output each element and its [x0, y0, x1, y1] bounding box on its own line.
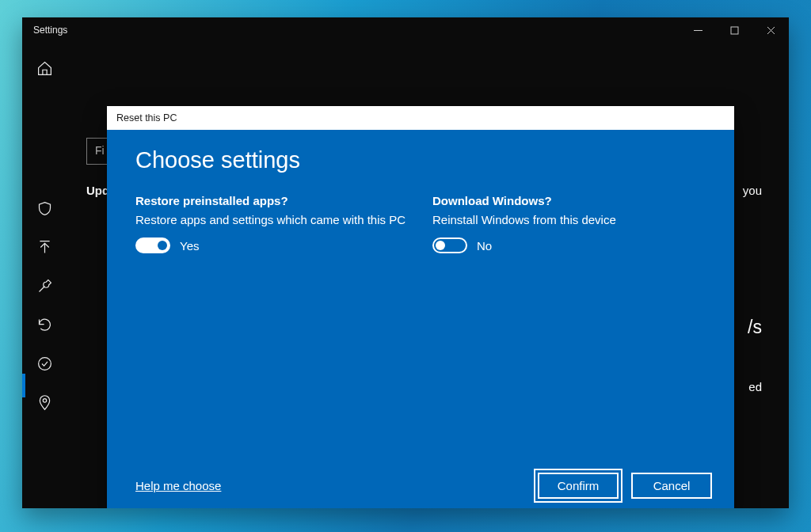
- shield-icon: [36, 200, 53, 217]
- maximize-button[interactable]: [716, 17, 752, 43]
- toggle-knob: [436, 241, 445, 250]
- window-controls: [680, 17, 789, 43]
- reset-pc-dialog: Reset this PC Choose settings Restore pr…: [107, 106, 734, 508]
- dialog-content: Choose settings Restore preinstalled app…: [107, 130, 734, 253]
- sidebar-item-activation[interactable]: [36, 355, 53, 372]
- sidebar-item-security[interactable]: [36, 200, 53, 217]
- minimize-icon: [694, 26, 702, 35]
- option-description: Reinstall Windows from this device: [432, 212, 706, 228]
- sidebar-selection-indicator: [22, 374, 25, 397]
- dialog-titlebar: Reset this PC: [107, 106, 734, 130]
- toggle-row: No: [432, 238, 706, 253]
- arrow-up-bar-icon: [36, 239, 53, 256]
- dialog-heading: Choose settings: [135, 147, 706, 173]
- sidebar-item-find-device[interactable]: [36, 394, 53, 411]
- checkmark-circle-icon: [36, 355, 53, 372]
- option-download-windows: Download Windows? Reinstall Windows from…: [432, 194, 706, 253]
- help-me-choose-link[interactable]: Help me choose: [135, 479, 221, 492]
- svg-point-6: [38, 358, 51, 370]
- close-button[interactable]: [752, 17, 789, 43]
- dialog-footer-buttons: Confirm Cancel: [538, 473, 712, 499]
- bg-text-right-3: ed: [748, 380, 762, 393]
- svg-point-7: [43, 399, 46, 402]
- bg-section-heading: Upd: [86, 184, 109, 197]
- option-question: Restore preinstalled apps?: [135, 194, 409, 207]
- restore-apps-toggle[interactable]: [135, 238, 170, 253]
- wrench-icon: [36, 278, 53, 294]
- sidebar-item-recovery[interactable]: [36, 317, 53, 333]
- home-icon: [36, 60, 53, 77]
- dialog-options: Restore preinstalled apps? Restore apps …: [135, 194, 706, 253]
- bg-text-right-1: you: [743, 184, 762, 197]
- cancel-button[interactable]: Cancel: [631, 473, 712, 499]
- toggle-knob: [158, 241, 167, 250]
- dialog-title: Reset this PC: [116, 112, 177, 124]
- maximize-icon: [730, 26, 739, 35]
- sidebar-item-troubleshoot[interactable]: [36, 278, 53, 294]
- dialog-footer: Help me choose Confirm Cancel: [135, 473, 712, 499]
- close-icon: [767, 26, 775, 35]
- minimize-button[interactable]: [680, 17, 716, 43]
- sidebar-item-home[interactable]: [36, 60, 53, 77]
- window-title: Settings: [33, 25, 67, 36]
- option-question: Download Windows?: [432, 194, 706, 207]
- sidebar-item-delivery[interactable]: [36, 239, 53, 256]
- recovery-icon: [36, 317, 53, 333]
- option-description: Restore apps and settings which came wit…: [135, 212, 409, 228]
- toggle-row: Yes: [135, 238, 409, 253]
- window-body: Fi Upd you /s ed Reset this PC Choose se…: [22, 43, 789, 508]
- option-restore-apps: Restore preinstalled apps? Restore apps …: [135, 194, 409, 253]
- svg-rect-1: [731, 27, 738, 34]
- sidebar: [22, 43, 67, 508]
- confirm-button[interactable]: Confirm: [538, 473, 619, 499]
- search-truncated-text: Fi: [95, 144, 105, 157]
- location-icon: [36, 394, 53, 411]
- toggle-label: Yes: [180, 239, 199, 253]
- download-windows-toggle[interactable]: [432, 238, 467, 253]
- settings-window: Settings: [22, 17, 789, 508]
- window-titlebar: Settings: [22, 17, 789, 43]
- bg-text-right-2: /s: [748, 317, 762, 338]
- toggle-label: No: [477, 239, 492, 253]
